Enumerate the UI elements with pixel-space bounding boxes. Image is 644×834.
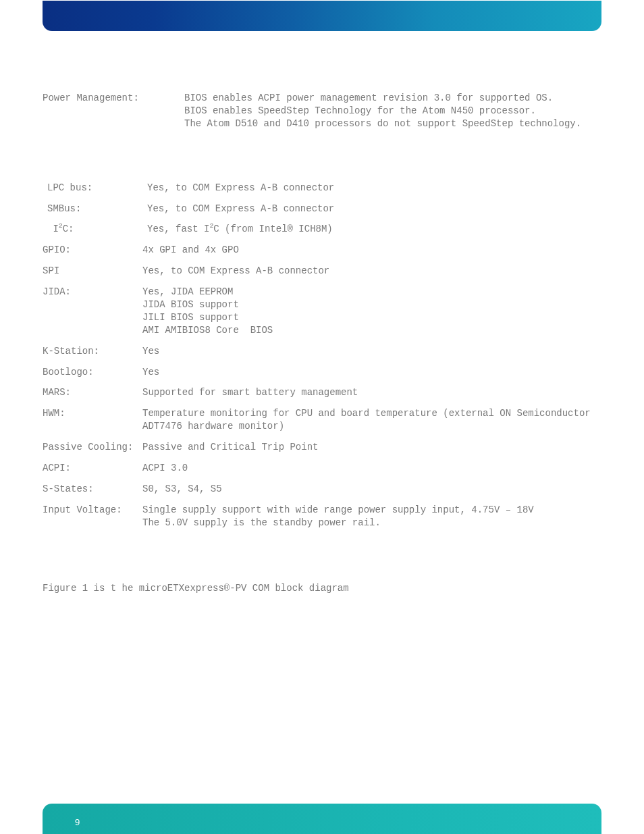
row-power-management: Power Management: BIOS enables ACPI powe… xyxy=(43,92,601,130)
row-inputv: Input Voltage: Single supply support wit… xyxy=(43,504,601,529)
label-hwm: HWM: xyxy=(43,407,142,420)
i2c-label-pre: I xyxy=(47,224,59,234)
value-spi: Yes, to COM Express A-B connector xyxy=(142,265,601,278)
label-acpi: ACPI: xyxy=(43,462,142,475)
i2c-value-pre: Yes, fast I xyxy=(147,224,209,234)
row-spi: SPI Yes, to COM Express A-B connector xyxy=(43,265,601,278)
label-mars: MARS: xyxy=(43,386,142,399)
top-banner xyxy=(43,1,601,31)
value-mars: Supported for smart battery management xyxy=(142,386,601,399)
spec-list: LPC bus: Yes, to COM Express A-B connect… xyxy=(43,182,601,529)
label-lpc: LPC bus: xyxy=(47,182,147,194)
row-i2c: I2C: Yes, fast I2C (from Intel® ICH8M) xyxy=(47,223,601,236)
value-gpio: 4x GPI and 4x GPO xyxy=(142,244,601,257)
row-bootlogo: Bootlogo: Yes xyxy=(43,366,601,379)
value-smbus: Yes, to COM Express A-B connector xyxy=(147,203,601,215)
row-jida: JIDA: Yes, JIDA EEPROM JIDA BIOS support… xyxy=(43,286,601,337)
value-kstation: Yes xyxy=(142,345,601,358)
row-sstates: S-States: S0, S3, S4, S5 xyxy=(43,483,601,496)
value-hwm: Temperature monitoring for CPU and board… xyxy=(142,407,601,433)
row-hwm: HWM: Temperature monitoring for CPU and … xyxy=(43,407,601,433)
label-inputv: Input Voltage: xyxy=(43,504,142,517)
i2c-value-post: C (from Intel® ICH8M) xyxy=(213,224,332,234)
label-smbus: SMBus: xyxy=(47,203,147,215)
value-power-management: BIOS enables ACPI power management revis… xyxy=(184,92,601,130)
label-spi: SPI xyxy=(43,265,142,278)
row-gpio: GPIO: 4x GPI and 4x GPO xyxy=(43,244,601,257)
section-gap xyxy=(43,133,601,182)
page-number: 9 xyxy=(75,816,80,829)
row-mars: MARS: Supported for smart battery manage… xyxy=(43,386,601,399)
row-passive: Passive Cooling: Passive and Critical Tr… xyxy=(43,441,601,454)
label-jida: JIDA: xyxy=(43,286,142,298)
bottom-banner: 9 xyxy=(43,804,601,834)
value-i2c: Yes, fast I2C (from Intel® ICH8M) xyxy=(147,223,601,236)
label-power-management: Power Management: xyxy=(43,92,184,105)
value-acpi: ACPI 3.0 xyxy=(142,462,601,475)
value-jida: Yes, JIDA EEPROM JIDA BIOS support JILI … xyxy=(142,286,601,337)
figure-caption: Figure 1 is t he microETXexpress®-PV COM… xyxy=(43,582,601,595)
value-sstates: S0, S3, S4, S5 xyxy=(142,483,601,496)
row-smbus: SMBus: Yes, to COM Express A-B connector xyxy=(47,203,601,215)
label-i2c: I2C: xyxy=(47,223,147,236)
page-content: Power Management: BIOS enables ACPI powe… xyxy=(43,92,601,594)
i2c-label-post: C: xyxy=(63,224,74,234)
label-bootlogo: Bootlogo: xyxy=(43,366,142,379)
row-acpi: ACPI: ACPI 3.0 xyxy=(43,462,601,475)
label-sstates: S-States: xyxy=(43,483,142,496)
value-bootlogo: Yes xyxy=(142,366,601,379)
row-lpc: LPC bus: Yes, to COM Express A-B connect… xyxy=(47,182,601,194)
value-passive: Passive and Critical Trip Point xyxy=(142,441,601,454)
label-kstation: K-Station: xyxy=(43,345,142,358)
value-inputv: Single supply support with wide range po… xyxy=(142,504,601,529)
row-kstation: K-Station: Yes xyxy=(43,345,601,358)
label-passive: Passive Cooling: xyxy=(43,441,142,454)
value-lpc: Yes, to COM Express A-B connector xyxy=(147,182,601,194)
label-gpio: GPIO: xyxy=(43,244,142,257)
